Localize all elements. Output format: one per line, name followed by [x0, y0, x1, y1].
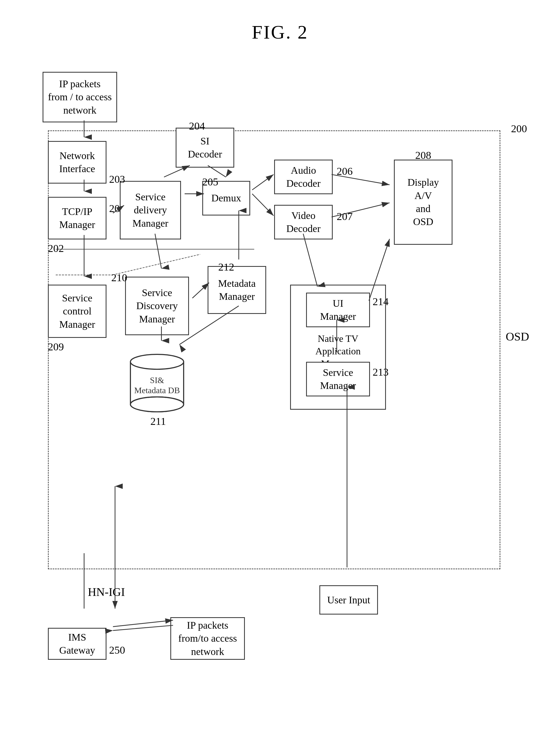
svg-text:Metadata DB: Metadata DB: [134, 386, 180, 395]
svg-point-1: [131, 354, 184, 369]
label-209: 209: [48, 341, 64, 353]
box-user-input: User Input: [319, 585, 378, 614]
svg-text:SI&: SI&: [150, 375, 164, 385]
label-212: 212: [218, 261, 234, 273]
label-211: 211: [151, 415, 166, 428]
svg-rect-3: [131, 404, 184, 412]
box-service-discovery-manager: Service Discovery Manager: [125, 277, 189, 335]
label-210: 210: [111, 271, 127, 284]
label-203: 203: [109, 173, 125, 185]
label-213: 213: [373, 366, 388, 378]
cylinder-container: SI& Metadata DB: [128, 351, 186, 412]
page-title: FIG. 2: [0, 21, 560, 43]
label-hn-igi: HN-IGI: [88, 585, 125, 599]
label-207: 207: [337, 210, 353, 223]
box-service-delivery-manager: Service delivery Manager: [120, 181, 181, 240]
box-ip-bottom: IP packets from/to access network: [171, 617, 245, 660]
box-si-decoder: SI Decoder: [176, 128, 234, 168]
box-service-control-manager: Service control Manager: [48, 285, 106, 338]
label-204: 204: [189, 120, 205, 132]
box-ims-gateway: IMS Gateway: [48, 628, 106, 660]
box-display: Display A/V and OSD: [394, 160, 453, 245]
diagram-container: 200 IP packets from / to access network …: [27, 59, 533, 728]
box-audio-decoder: Audio Decoder: [274, 160, 333, 194]
box-video-decoder: Video Decoder: [274, 205, 333, 240]
label-214: 214: [373, 295, 388, 308]
si-metadata-db-cylinder: SI& Metadata DB: [128, 351, 186, 412]
label-206: 206: [337, 165, 353, 178]
label-205: 205: [202, 176, 218, 188]
label-208: 208: [415, 149, 431, 162]
label-202: 202: [48, 242, 64, 254]
box-ip-top: IP packets from / to access network: [43, 72, 117, 122]
box-tcpip-manager: TCP/IP Manager: [48, 197, 106, 240]
svg-line-33: [113, 620, 173, 627]
label-250: 250: [109, 644, 125, 656]
box-metadata-manager: Metadata Manager: [207, 266, 266, 314]
svg-line-34: [113, 626, 173, 631]
box-service-manager: Service Manager: [306, 362, 370, 396]
label-200: 200: [511, 122, 527, 135]
label-osd: OSD: [506, 330, 529, 344]
box-ui-manager: UI Manager: [306, 293, 370, 327]
box-network-interface: Network Interface: [48, 141, 106, 184]
